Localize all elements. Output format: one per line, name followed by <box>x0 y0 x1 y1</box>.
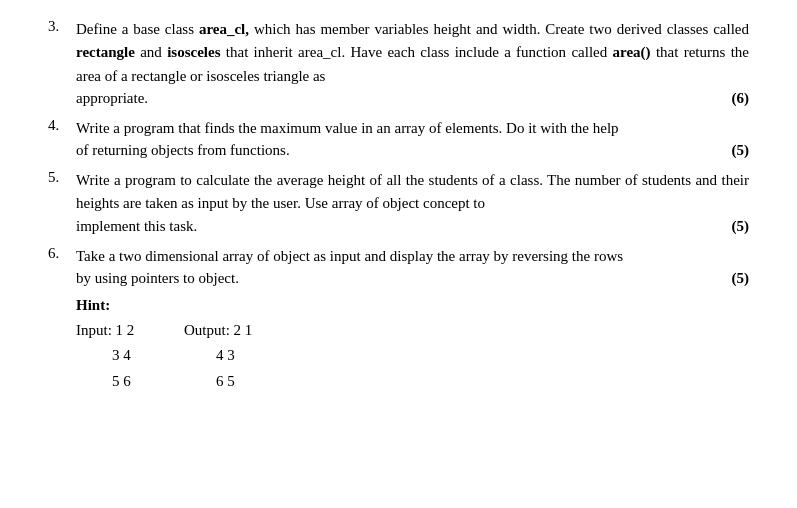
hint-row-3: 5 6 6 5 <box>76 369 296 395</box>
q4-marks: (5) <box>722 142 750 159</box>
hint-output-row2: 4 3 <box>176 343 296 369</box>
question-3: 3. Define a base class area_cl, which ha… <box>48 18 749 107</box>
q5-last-line: implement this task. (5) <box>76 218 749 235</box>
hint-label: Hint: <box>76 297 749 314</box>
q3-last-line: appropriate. (6) <box>76 90 749 107</box>
q5-marks: (5) <box>722 218 750 235</box>
q5-last-text: implement this task. <box>76 218 722 235</box>
q5-number: 5. <box>48 169 76 235</box>
q6-last-line: by using pointers to object. (5) <box>76 270 749 287</box>
q6-text: Take a two dimensional array of object a… <box>76 245 749 268</box>
hint-table: Input: 1 2 Output: 2 1 3 4 4 3 5 6 6 5 <box>76 318 296 395</box>
hint-row-1: Input: 1 2 Output: 2 1 <box>76 318 296 344</box>
hint-input-label: Input: 1 2 <box>76 318 176 344</box>
hint-section: Hint: Input: 1 2 Output: 2 1 3 4 4 3 5 6… <box>76 297 749 395</box>
q5-content: Write a program to calculate the average… <box>76 169 749 235</box>
hint-row-2: 3 4 4 3 <box>76 343 296 369</box>
question-4: 4. Write a program that finds the maximu… <box>48 117 749 159</box>
q6-content: Take a two dimensional array of object a… <box>76 245 749 287</box>
q3-number: 3. <box>48 18 76 107</box>
q6-marks: (5) <box>722 270 750 287</box>
hint-output-label: Output: 2 1 <box>176 318 296 344</box>
q4-last-text: of returning objects from functions. <box>76 142 722 159</box>
hint-input-row3: 5 6 <box>76 369 176 395</box>
q3-text: Define a base class area_cl, which has m… <box>76 18 749 88</box>
content-area: 3. Define a base class area_cl, which ha… <box>48 18 749 394</box>
q6-number: 6. <box>48 245 76 287</box>
q4-text: Write a program that finds the maximum v… <box>76 117 749 140</box>
q5-text: Write a program to calculate the average… <box>76 169 749 216</box>
hint-input-row2: 3 4 <box>76 343 176 369</box>
hint-output-row3: 6 5 <box>176 369 296 395</box>
q6-last-text: by using pointers to object. <box>76 270 722 287</box>
question-5: 5. Write a program to calculate the aver… <box>48 169 749 235</box>
question-6: 6. Take a two dimensional array of objec… <box>48 245 749 287</box>
q3-marks: (6) <box>722 90 750 107</box>
q4-content: Write a program that finds the maximum v… <box>76 117 749 159</box>
q3-last-text: appropriate. <box>76 90 722 107</box>
q3-content: Define a base class area_cl, which has m… <box>76 18 749 107</box>
q4-number: 4. <box>48 117 76 159</box>
q4-last-line: of returning objects from functions. (5) <box>76 142 749 159</box>
